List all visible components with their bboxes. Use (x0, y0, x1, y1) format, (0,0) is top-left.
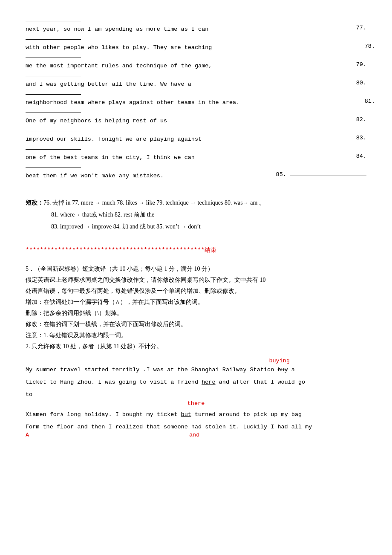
section5-instruction3: 删除：把多余的词用斜线（\）划掉。 (26, 308, 366, 319)
passage-line-pre82 (26, 109, 366, 116)
section5-instruction1: 处语言错误，每句中最多有两处，每处错误仅涉及一个单词的增加、删除或修改。 (26, 286, 366, 297)
number-82: 82. (356, 116, 366, 123)
correction-A: A (26, 431, 29, 440)
passage-line-pre81 (26, 90, 366, 97)
passage-line-pre79 (26, 54, 366, 61)
line-text-78: with other people who likes to play. The… (26, 44, 212, 51)
passage-line-80: and I was getting better all the time. W… (26, 80, 366, 90)
section5-instruction0: 假定英语课上老师要求同桌之间交换修改作文，请你修改你同桌写的以下作文。文中共有 … (26, 275, 366, 286)
blank-line-80 (26, 76, 81, 76)
line-text-83: improved our skills. Tonight we are play… (26, 136, 202, 142)
para-line3-text: to (26, 391, 32, 398)
number-83: 83. (356, 135, 366, 141)
line-text-82: One of my neighbors is helping rest of u… (26, 118, 167, 124)
correction-and: and (189, 431, 199, 440)
passage-line-pre77 (26, 17, 366, 24)
answer-line1-text: 76. 去掉 in 77. more → much 78. likes → li… (43, 199, 265, 206)
number-84: 84. (356, 153, 366, 159)
para-line1-text: My summer travel started terribly .I was… (26, 367, 295, 373)
word-but: but (181, 411, 191, 418)
answer-section: 短改：76. 去掉 in 77. more → much 78. likes →… (26, 193, 366, 237)
passage-line-77: next year, so now I am spending as more … (26, 25, 366, 35)
line-text-85: beat them if we won't make any mistakes. (26, 173, 164, 179)
word-here: here (202, 379, 215, 385)
para-line2: ticket to Hang Zhou. I was going to visi… (26, 376, 366, 388)
passage-line-pre80 (26, 72, 366, 79)
passage-line-81: neighborhood team where plays against ot… (26, 98, 366, 108)
number-80: 80. (356, 80, 366, 86)
answer-line2: 81. where→ that或 which 82. rest 前加 the (51, 209, 366, 221)
section5-instruction4: 修改：在错的词下划一横线，并在该词下面写出修改后的词。 (26, 319, 366, 330)
blank-line-79 (26, 58, 81, 58)
passage-line-85: beat them if we won't make any mistakes.… (26, 171, 366, 181)
passage-line-82: One of my neighbors is helping rest of u… (26, 116, 366, 126)
number-77: 77. (356, 25, 366, 31)
blank-line-83 (26, 131, 81, 131)
section5-instruction6: 2. 只允许修改 10 处，多者（从第 11 处起）不计分。 (26, 341, 366, 352)
answer-title: 短改： (26, 199, 43, 206)
passage-line-pre85 (26, 164, 366, 171)
section-divider: ****************************************… (26, 246, 366, 254)
number-78: 78. (365, 43, 375, 49)
blank-line-77 (26, 21, 81, 21)
para-line4-text: Xiamen for∧ long holiday. I bought my ti… (26, 411, 302, 418)
passage-line-pre78 (26, 35, 366, 42)
answer-line3: 83. improved → improve 84. 加 and 或 but 8… (51, 221, 366, 233)
blank-line-84 (26, 149, 81, 150)
para-line5-text: Form the floor and then I realized that … (26, 424, 312, 430)
section5: 5．（全国新课标卷）短文改错（共 10 小题；每小题 1 分，满分 10 分） … (26, 263, 366, 440)
number-79: 79. (356, 61, 366, 68)
correction-there-centered: there (26, 400, 366, 408)
para-line2-text: ticket to Hang Zhou. I was going to visi… (26, 379, 305, 385)
line-text-80: and I was getting better all the time. W… (26, 81, 191, 87)
blank-line-78 (26, 39, 81, 40)
passage-line-84: one of the best teams in the city, I thi… (26, 153, 366, 163)
line-text-84: one of the best teams in the city, I thi… (26, 154, 195, 161)
section5-paragraph: My summer travel started terribly .I was… (26, 356, 366, 441)
line-text-77: next year, so now I am spending as more … (26, 26, 208, 32)
word-buy: buy (277, 367, 288, 373)
passage-section: next year, so now I am spending as more … (26, 17, 366, 181)
passage-line-78: with other people who likes to play. The… (26, 43, 366, 53)
passage-line-pre83 (26, 127, 366, 134)
passage-line-pre84 (26, 145, 366, 152)
passage-line-79: me the most important rules and techniqu… (26, 61, 366, 71)
blank-line-82 (26, 113, 81, 113)
line-text-81: neighborhood team where plays against ot… (26, 99, 239, 106)
section5-instruction5: 注意：1. 每处错误及其修改均限一词。 (26, 330, 366, 341)
answer-line1: 短改：76. 去掉 in 77. more → much 78. likes →… (26, 197, 366, 209)
section5-instruction2: 增加：在缺词处加一个漏字符号（∧），并在其下面写出该加的词。 (26, 297, 366, 308)
correction-buying-above: buying (269, 356, 290, 366)
blank-answer-85 (290, 176, 366, 176)
number-81: 81. (365, 98, 375, 104)
blank-line-81 (26, 94, 81, 95)
section5-title: 5．（全国新课标卷）短文改错（共 10 小题；每小题 1 分，满分 10 分） (26, 263, 366, 275)
para-line3: to (26, 388, 366, 400)
number-85: 85. (276, 171, 366, 178)
para-line4: Xiamen for∧ long holiday. I bought my ti… (26, 408, 366, 420)
blank-line-85 (26, 168, 81, 168)
para-line5-wrapper: Form the floor and then I realized that … (26, 420, 366, 440)
passage-line-83: improved our skills. Tonight we are play… (26, 135, 366, 145)
para-line1: My summer travel started terribly .I was… (26, 356, 366, 376)
line-text-79: me the most important rules and techniqu… (26, 63, 212, 69)
